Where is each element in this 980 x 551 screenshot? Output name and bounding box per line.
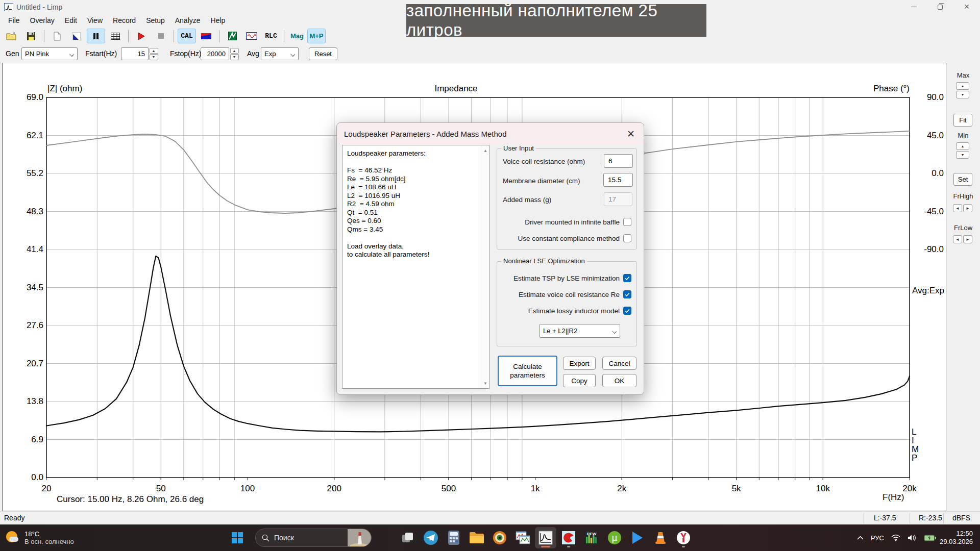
rew-button[interactable]: REW <box>581 527 602 548</box>
menu-item-setup[interactable]: Setup <box>141 15 170 26</box>
membrane-input[interactable] <box>603 173 633 187</box>
menu-item-view[interactable]: View <box>82 15 108 26</box>
voice-coil-input[interactable] <box>604 154 633 168</box>
task-view-button[interactable] <box>397 527 419 548</box>
x-tick-label: 50 <box>143 484 179 494</box>
fstart-input[interactable] <box>121 47 149 60</box>
frhigh-arrows[interactable]: ◄► <box>953 204 972 212</box>
arta-button[interactable] <box>512 527 533 548</box>
pause-button[interactable] <box>87 29 105 43</box>
fit-button[interactable]: Fit <box>953 114 972 127</box>
menu-item-analyze[interactable]: Analyze <box>170 15 206 26</box>
compliance-checkbox-row[interactable]: Use constant compliance method <box>518 234 631 242</box>
wifi-button[interactable] <box>888 528 904 548</box>
volume-button[interactable] <box>904 528 920 548</box>
blue-play-icon <box>631 531 644 544</box>
fstart-spinner[interactable]: ▲▼ <box>149 47 158 60</box>
clock[interactable]: 12:50 29.03.2026 <box>940 530 977 546</box>
magnitude-button[interactable]: Mag <box>288 29 306 43</box>
yandex-browser-button[interactable] <box>673 527 694 548</box>
frlow-arrows[interactable]: ◄► <box>953 235 972 243</box>
compliance-checkbox[interactable] <box>623 234 631 242</box>
windows-logo-icon <box>232 532 243 543</box>
battery-icon <box>924 535 936 541</box>
scope-icon <box>246 32 257 40</box>
re-checkbox[interactable] <box>623 290 631 298</box>
menu-item-edit[interactable]: Edit <box>60 15 82 26</box>
record-stop-button[interactable] <box>152 29 170 43</box>
window-title: Untitled - Limp <box>16 3 62 11</box>
cancel-button[interactable]: Cancel <box>602 357 636 370</box>
signal-generator-button[interactable] <box>223 29 241 43</box>
fstop-label: Fstop(Hz) <box>170 49 201 58</box>
close-button[interactable]: × <box>953 0 980 14</box>
tsp-checkbox[interactable] <box>623 274 631 282</box>
dialog-title-bar[interactable]: Loudspeaker Parameters - Added Mass Meth… <box>337 123 644 144</box>
voice-coil-label: Voice coil resistance (ohm) <box>503 158 585 165</box>
gen-select[interactable]: PN Pink <box>21 47 78 60</box>
open-file-button[interactable] <box>3 29 21 43</box>
save-button[interactable] <box>22 29 40 43</box>
chevron-down-icon <box>69 52 74 57</box>
restore-button[interactable] <box>927 0 953 14</box>
tray-chevron-button[interactable] <box>853 528 867 548</box>
menu-item-file[interactable]: File <box>3 15 25 26</box>
parameters-text: Loudspeaker parameters: Fs = 46.52 Hz Re… <box>347 149 429 259</box>
fstop-input[interactable] <box>201 47 229 60</box>
parameters-panel: Loudspeaker parameters: Fs = 46.52 Hz Re… <box>342 145 489 389</box>
search-box[interactable]: Поиск <box>255 529 372 547</box>
parameters-scrollbar[interactable]: ▲ ▼ <box>481 145 489 388</box>
y-left-tick-label: 62.1 <box>12 131 43 141</box>
avg-select[interactable]: Exp <box>261 47 299 60</box>
record-play-button[interactable] <box>132 29 151 43</box>
calculate-parameters-button[interactable]: Calculate parameters <box>498 356 557 386</box>
reset-button[interactable]: Reset <box>309 47 337 60</box>
inductor-checkbox[interactable] <box>623 307 631 315</box>
table-button[interactable] <box>106 29 125 43</box>
new-document-button[interactable] <box>48 29 66 43</box>
min-label: Min <box>946 132 980 139</box>
file-explorer-button[interactable] <box>466 527 487 548</box>
fstop-spinner[interactable]: ▲▼ <box>230 47 239 60</box>
c-app-icon <box>561 531 576 545</box>
minimize-button[interactable] <box>900 0 927 14</box>
overlay-button[interactable] <box>67 29 86 43</box>
baffle-checkbox[interactable] <box>623 218 631 226</box>
calculator-button[interactable] <box>443 527 464 548</box>
menu-item-record[interactable]: Record <box>108 15 141 26</box>
copy-button[interactable]: Copy <box>563 374 596 387</box>
inductor-checkbox-row[interactable]: Estimate lossy inductor model <box>528 307 631 315</box>
battery-button[interactable] <box>920 528 940 548</box>
language-indicator[interactable]: РУС <box>867 528 888 548</box>
media-play-button[interactable] <box>627 527 648 548</box>
dialog-close-button[interactable]: ✕ <box>624 127 638 140</box>
export-button[interactable]: Export <box>563 357 596 370</box>
menu-item-help[interactable]: Help <box>206 15 231 26</box>
set-button[interactable]: Set <box>953 173 972 186</box>
weather-widget[interactable]: 18°C В осн. солнечно <box>5 524 74 551</box>
max-spinner[interactable]: ▲▼ <box>956 82 969 99</box>
scroll-up-icon[interactable]: ▲ <box>481 146 489 155</box>
tsp-checkbox-row[interactable]: Estimate TSP by LSE minimization <box>513 274 631 282</box>
flag-button[interactable] <box>197 29 215 43</box>
calibrate-button[interactable]: CAL <box>178 29 196 43</box>
telegram-button[interactable] <box>420 527 442 548</box>
oscilloscope-button[interactable] <box>242 29 261 43</box>
limp-button[interactable] <box>535 527 556 548</box>
avg-value: Exp <box>264 50 276 58</box>
mag-phase-button[interactable]: M+P <box>307 29 326 43</box>
menu-item-overlay[interactable]: Overlay <box>25 15 60 26</box>
min-spinner[interactable]: ▲▼ <box>956 142 969 160</box>
c-app-button[interactable] <box>558 527 579 548</box>
scroll-down-icon[interactable]: ▼ <box>481 379 489 387</box>
eye-app-button[interactable] <box>489 527 510 548</box>
vlc-button[interactable] <box>650 527 671 548</box>
rlc-button[interactable]: RLC <box>262 29 280 43</box>
start-button[interactable] <box>227 527 248 548</box>
ok-button[interactable]: OK <box>602 374 636 387</box>
baffle-checkbox-row[interactable]: Driver mounted in infinite baffle <box>525 218 631 226</box>
inductor-model-select[interactable]: Le + L2||R2 <box>540 324 620 338</box>
x-tick-label: 100 <box>230 484 265 494</box>
re-checkbox-row[interactable]: Estimate voice coil resistance Re <box>519 290 631 298</box>
utorrent-button[interactable]: µ <box>604 527 625 548</box>
